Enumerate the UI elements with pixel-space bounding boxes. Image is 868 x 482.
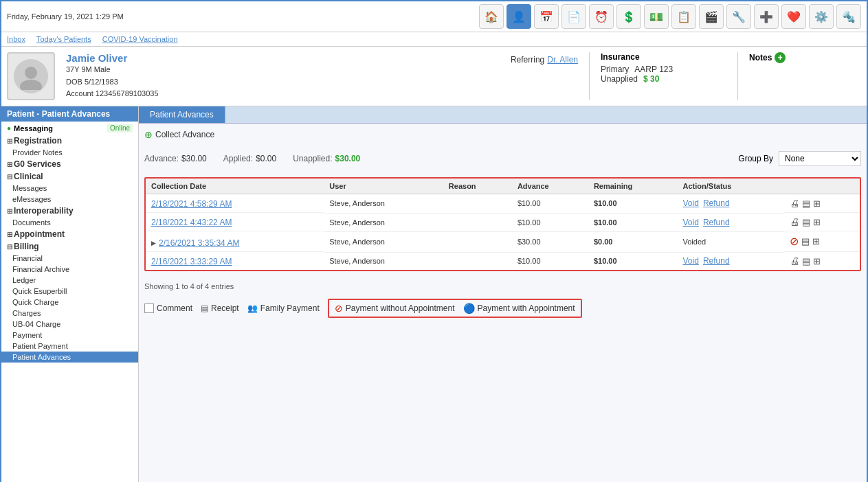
date-link[interactable]: 2/18/2021 4:58:29 AM [151,199,232,209]
expand-arrow[interactable]: ▶ [151,240,156,246]
date-link[interactable]: 2/16/2021 3:33:29 AM [151,257,232,266]
receipt-label: Receipt [211,303,239,313]
patient-age: 37Y 9M Male [66,64,500,76]
col-reason: Reason [443,179,512,194]
nav-today[interactable]: Today's Patients [36,35,91,43]
sidebar-item-quick-esuperbill[interactable]: Quick Esuperbill [1,286,138,297]
sidebar-item-provider-notes[interactable]: Provider Notes [1,147,138,158]
home-icon[interactable]: 🏠 [479,4,504,29]
void-link[interactable]: Void [683,256,699,266]
sidebar-item-ledger[interactable]: Ledger [1,275,138,286]
footer-buttons: Comment ▤ Receipt 👥 Family Payment ⊘ Pay… [144,293,861,323]
sidebar-item-documents[interactable]: Documents [1,217,138,228]
grid2-icon[interactable]: ⊞ [813,217,821,227]
advance-label: Advance: [144,154,179,163]
patient-info: Jamie Oliver 37Y 9M Male DOB 5/12/1983 A… [66,52,500,100]
grid2-icon[interactable]: ⊞ [813,198,821,209]
report-icon[interactable]: 📋 [671,4,696,29]
sidebar-item-messaging[interactable]: ● Messaging Online [1,122,138,135]
refund-link[interactable]: Refund [703,256,730,266]
content-tabs: Patient Advances [139,106,867,124]
insurance-section: Insurance Primary AARP 123 Unapplied $ 3… [589,52,726,100]
patient-avatar [7,52,55,100]
tab-patient-advances[interactable]: Patient Advances [139,106,225,123]
nav-inbox[interactable]: Inbox [7,35,25,43]
patient-icon[interactable]: 👤 [507,4,531,29]
grid-icon[interactable]: ▤ [802,198,810,209]
void-link[interactable]: Void [683,198,699,208]
void-link[interactable]: Void [683,218,699,227]
sidebar-item-go-services[interactable]: ⊞ G0 Services [1,158,138,170]
tools-icon[interactable]: 🔧 [726,4,751,29]
cell-action-3: VoidRefund [678,252,785,270]
config-icon[interactable]: 🔩 [836,4,861,29]
grid2-icon[interactable]: ⊞ [812,236,820,246]
sidebar-item-emessages[interactable]: eMessages [1,194,138,205]
sidebar-item-clinical[interactable]: ⊟ Clinical [1,170,138,183]
sidebar-item-payment[interactable]: Payment [1,330,138,341]
applied-summary: Applied: $0.00 [223,154,276,163]
calendar-icon[interactable]: 📅 [534,4,559,29]
groupby-select[interactable]: None User Date [779,151,861,166]
sidebar-item-charges[interactable]: Charges [1,308,138,319]
insurance-unapplied-row: Unapplied $ 30 [601,74,726,84]
grid-icon[interactable]: ▤ [802,256,810,266]
refund-link[interactable]: Refund [703,218,730,227]
insurance-primary-row: Primary AARP 123 [601,65,726,74]
sidebar: Patient - Patient Advances ● Messaging O… [1,106,139,482]
sidebar-item-interoperability[interactable]: ⊞ Interoperability [1,205,138,217]
receipt-action-icon[interactable]: 🖨 [790,216,799,227]
settings-icon[interactable]: ⚙️ [809,4,834,29]
collect-advance-button[interactable]: ⊕ Collect Advance [144,129,861,140]
datetime: Friday, February 19, 2021 1:29 PM [7,12,124,21]
applied-val: $0.00 [256,154,276,163]
health-icon[interactable]: ❤️ [781,4,806,29]
grid2-icon[interactable]: ⊞ [813,256,821,266]
cell-remaining-0: $10.00 [588,194,678,214]
cell-advance-2: $30.00 [512,231,588,252]
grid-icon[interactable]: ▤ [801,236,810,246]
cell-action-1: VoidRefund [678,213,785,231]
sidebar-item-ub04[interactable]: UB-04 Charge [1,319,138,330]
refund-link[interactable]: Refund [703,198,730,208]
receipt-button[interactable]: ▤ Receipt [201,303,239,313]
cell-reason-1 [443,213,512,231]
sidebar-item-patient-payment[interactable]: Patient Payment [1,341,138,352]
family-payment-label: Family Payment [260,303,320,313]
sidebar-item-registration[interactable]: ⊞ Registration [1,135,138,147]
nav-covid[interactable]: COVID-19 Vaccination [102,35,178,43]
sidebar-item-patient-advances[interactable]: Patient Advances [1,352,138,363]
payment-with-appt-button[interactable]: 🔵 Payment with Appointment [463,303,575,314]
document-icon[interactable]: 📄 [561,4,586,29]
payment-without-appt-button[interactable]: ⊘ Payment without Appointment [335,303,455,314]
sidebar-item-financial-archive[interactable]: Financial Archive [1,264,138,275]
receipt-action-icon[interactable]: 🖨 [790,255,799,266]
date-link[interactable]: 2/18/2021 4:43:22 AM [151,218,232,227]
sidebar-item-messages[interactable]: Messages [1,183,138,194]
receipt-action-icon[interactable]: 🖨 [790,198,799,209]
cell-user-2: Steve, Anderson [324,231,443,252]
patient-name[interactable]: Jamie Oliver [66,52,500,64]
family-payment-button[interactable]: 👥 Family Payment [247,303,320,313]
collect-advance-label: Collect Advance [155,130,214,139]
payment-icon[interactable]: 💵 [644,4,669,29]
patient-account: Account 123456789103035 [66,88,500,100]
col-advance: Advance [512,179,588,194]
sidebar-item-financial[interactable]: Financial [1,253,138,264]
sidebar-item-billing[interactable]: ⊟ Billing [1,240,138,253]
clock-icon[interactable]: ⏰ [589,4,614,29]
cell-icons-0: 🖨▤⊞ [784,194,860,213]
add-icon[interactable]: ➕ [754,4,779,29]
referring-doctor[interactable]: Dr. Allen [547,55,578,65]
sidebar-item-appointment[interactable]: ⊞ Appointment [1,228,138,240]
void-status-icon[interactable]: ⊘ [790,235,799,248]
add-note-icon[interactable]: + [775,52,786,63]
grid-icon[interactable]: ▤ [802,217,810,227]
media-icon[interactable]: 🎬 [699,4,724,29]
date-link[interactable]: 2/16/2021 3:35:34 AM [159,238,239,248]
billing-icon[interactable]: 💲 [616,4,641,29]
sidebar-item-quick-charge[interactable]: Quick Charge [1,297,138,308]
insurance-unapplied-label: Unapplied [601,74,638,84]
comment-button[interactable]: Comment [144,303,192,313]
payment-with-appt-icon: 🔵 [463,303,475,314]
